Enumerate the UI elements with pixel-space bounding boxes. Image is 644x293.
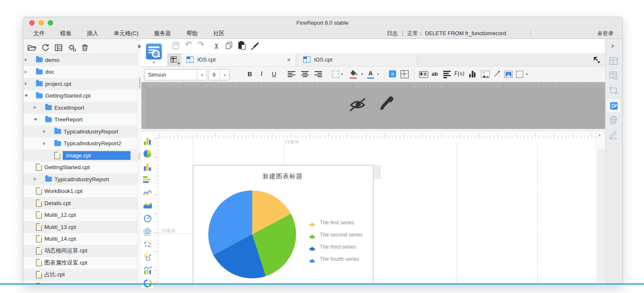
- richtext-button[interactable]: [443, 71, 451, 78]
- menu-cell[interactable]: 单元格(C): [114, 30, 138, 37]
- font-color-button[interactable]: A: [367, 69, 374, 79]
- collapse-arrow-icon[interactable]: [34, 118, 41, 121]
- cut-icon[interactable]: ✂: [212, 43, 221, 49]
- menu-server[interactable]: 服务器: [154, 30, 171, 37]
- expand-arrow-icon[interactable]: [43, 142, 51, 145]
- merge-cells-button[interactable]: a: [389, 70, 396, 77]
- radar-chart-icon[interactable]: [143, 227, 152, 236]
- redo-icon[interactable]: ↷: [197, 39, 204, 49]
- log-status[interactable]: 日志 | 正常： DELETE FROM fr_functionrecord: [387, 30, 506, 37]
- menu-insert[interactable]: 插入: [87, 30, 98, 37]
- pie-chart[interactable]: [208, 190, 296, 278]
- parameter-pane[interactable]: [141, 82, 605, 129]
- tab-ios-active[interactable]: IOS.cpt ×: [181, 53, 296, 66]
- align-left-button[interactable]: [288, 71, 295, 77]
- log-label[interactable]: 日志: [387, 30, 398, 36]
- trash-icon[interactable]: [81, 44, 89, 52]
- pie-chart-icon[interactable]: [143, 149, 152, 158]
- chevron-down-icon[interactable]: ∨: [220, 69, 229, 80]
- fill-color-caret-icon[interactable]: ▼: [360, 72, 364, 76]
- tree-item-demo[interactable]: demo: [23, 54, 137, 66]
- align-right-button[interactable]: [314, 71, 322, 77]
- new-template-button[interactable]: +: [167, 53, 181, 66]
- tree-item-动态格间运算.cpt[interactable]: 动态格间运算.cpt: [23, 245, 137, 257]
- expand-arrow-icon[interactable]: [25, 58, 32, 62]
- menu-community[interactable]: 社区: [213, 30, 225, 37]
- font-size-select[interactable]: 9 ∨: [209, 69, 230, 80]
- undo-icon[interactable]: ↶: [185, 39, 192, 49]
- italic-button[interactable]: I: [261, 70, 263, 77]
- frame-caret-icon[interactable]: ▼: [525, 72, 529, 76]
- format-brush-icon[interactable]: [250, 41, 259, 50]
- multi-tab-dropdown-icon[interactable]: [593, 57, 601, 63]
- tree-item-Muliti_14.cpt[interactable]: Muliti_14.cpt: [23, 233, 137, 245]
- widget-settings-icon[interactable]: [609, 101, 618, 111]
- combo-chart-icon[interactable]: [143, 266, 152, 275]
- scrollbar-thumb[interactable]: [598, 149, 604, 283]
- column-chart-icon[interactable]: [143, 136, 152, 145]
- collapse-panel-icon[interactable]: [138, 44, 141, 49]
- hbar-chart-icon[interactable]: [143, 175, 152, 184]
- template-menu-caret-icon[interactable]: ▼: [152, 61, 156, 64]
- underline-button[interactable]: U: [272, 70, 276, 77]
- settings-icon[interactable]: [67, 44, 77, 52]
- copy-icon[interactable]: [226, 42, 232, 49]
- tree-item-Muliti_12.cpt[interactable]: Muliti_12.cpt: [23, 209, 137, 221]
- login-button[interactable]: 未登录: [597, 30, 613, 37]
- bold-button[interactable]: B: [248, 70, 252, 77]
- image-button[interactable]: [481, 71, 490, 78]
- border-caret-icon[interactable]: ▼: [340, 72, 344, 76]
- area-chart-icon[interactable]: [143, 201, 152, 210]
- save-icon[interactable]: [172, 42, 179, 49]
- tree-item-Image.cpt[interactable]: Image.cpt: [23, 149, 137, 162]
- line-chart-icon[interactable]: [143, 188, 152, 197]
- web-attr-icon[interactable]: [609, 116, 618, 125]
- tree-item-GettingStarted.cpt[interactable]: GettingStarted.cpt: [23, 90, 137, 102]
- tree-item-GettingStarted.cpt[interactable]: GettingStarted.cpt: [23, 162, 137, 174]
- widget-button[interactable]: [419, 71, 428, 78]
- cell-element-icon[interactable]: [609, 71, 618, 80]
- expand-arrow-icon[interactable]: [43, 130, 51, 133]
- splitter-thumb[interactable]: [139, 77, 141, 89]
- tree-item-Muliti_13.cpt[interactable]: Muliti_13.cpt: [23, 221, 137, 233]
- tab-ios-2[interactable]: IOS.cpt: [299, 53, 417, 66]
- tree-item-TypicalIndustryReport[interactable]: TypicalIndustryReport: [23, 126, 137, 138]
- align-center-button[interactable]: [301, 71, 309, 77]
- tree-item-doc[interactable]: doc: [23, 66, 137, 78]
- tree-item-图表属性设置.cpt[interactable]: 图表属性设置.cpt: [23, 257, 137, 269]
- bar3d-chart-icon[interactable]: [143, 162, 152, 171]
- refresh-icon[interactable]: [41, 44, 50, 52]
- menu-file[interactable]: 文件: [33, 30, 45, 37]
- menu-template[interactable]: 模板: [60, 30, 72, 37]
- bubble-chart-icon[interactable]: [143, 253, 152, 262]
- frame-button[interactable]: [516, 71, 523, 78]
- slope-pencil-icon[interactable]: [609, 130, 618, 139]
- scroll-up-icon[interactable]: ∧: [598, 133, 601, 137]
- edit-pencil-icon[interactable]: [378, 95, 395, 114]
- chart-button[interactable]: [469, 70, 476, 77]
- canvas-scrollbar[interactable]: ∧: [596, 132, 606, 283]
- eye-slash-icon[interactable]: [348, 96, 367, 113]
- tree-item-ExcelImport[interactable]: ExcelImport: [23, 102, 137, 114]
- fill-color-button[interactable]: [350, 69, 358, 79]
- border-button[interactable]: [332, 71, 339, 78]
- template-view-icon[interactable]: [54, 44, 63, 52]
- tree-item-占比.cpt[interactable]: 占比.cpt: [23, 269, 137, 281]
- expand-arrow-icon[interactable]: [34, 106, 41, 109]
- menu-help[interactable]: 帮助: [187, 30, 198, 37]
- subreport-button[interactable]: [504, 71, 513, 78]
- cell-attr-icon[interactable]: [609, 57, 618, 66]
- tree-item-Details.cpt[interactable]: Details.cpt: [23, 197, 137, 209]
- tree-item-TypicalIndustryReport[interactable]: TypicalIndustryReport: [23, 173, 137, 185]
- collapse-arrow-icon[interactable]: [25, 95, 32, 97]
- expand-arrow-icon[interactable]: [25, 70, 32, 74]
- collapse-arrow-icon[interactable]: [612, 44, 615, 48]
- tab-close-icon[interactable]: ×: [287, 56, 291, 63]
- expand-arrow-icon[interactable]: [25, 82, 32, 85]
- tree-item-WorkBook1.cpt[interactable]: WorkBook1.cpt: [23, 185, 137, 198]
- scatter-chart-icon[interactable]: [143, 240, 152, 249]
- formula-button[interactable]: F(x): [454, 70, 464, 77]
- open-folder-icon[interactable]: [27, 44, 37, 52]
- gauge-chart-icon[interactable]: [143, 214, 152, 223]
- font-color-caret-icon[interactable]: ▼: [376, 72, 380, 76]
